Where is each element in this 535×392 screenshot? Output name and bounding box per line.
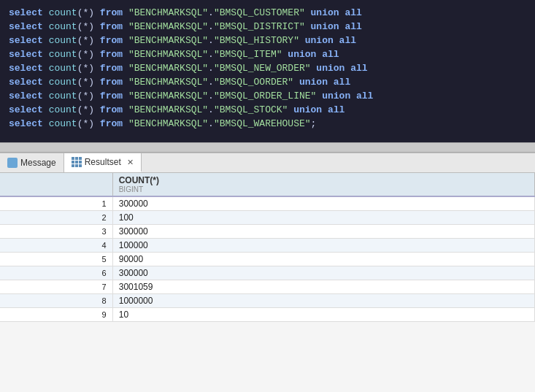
horizontal-scrollbar[interactable] (0, 142, 535, 153)
keyword-all: all (339, 35, 356, 46)
row-number: 3 (0, 225, 112, 239)
row-number: 4 (0, 239, 112, 253)
keyword-all: all (334, 77, 350, 88)
keyword-union: union (322, 91, 350, 101)
tab-close-icon[interactable]: ✕ (127, 158, 134, 167)
column-header-count: COUNT(*) BIGINT (112, 173, 534, 196)
table-name: "BMSQL_STOCK" (214, 104, 288, 115)
table-row: 5 90000 (0, 253, 535, 266)
table-name: "BMSQL_OORDER" (214, 77, 293, 88)
keyword-union: union (316, 63, 345, 74)
sql-line: select count(*) from "BENCHMARKSQL"."BMS… (9, 61, 526, 75)
row-num-header (0, 173, 112, 196)
grid-icon (72, 157, 82, 167)
message-icon (7, 158, 18, 168)
table-name: "BMSQL_WAREHOUSE" (214, 118, 311, 129)
keyword-union: union (288, 49, 316, 60)
keyword-all: all (322, 49, 339, 60)
table-row: 4 100000 (0, 239, 535, 253)
sql-line: select count(*) from "BENCHMARKSQL"."BMS… (9, 117, 526, 131)
schema-name: "BENCHMARKSQL" (128, 63, 208, 74)
table-row: 8 1000000 (0, 294, 535, 308)
keyword-from: from (100, 7, 123, 18)
sql-line: select count(*) from "BENCHMARKSQL"."BMS… (9, 103, 526, 117)
keyword-count: count (49, 7, 77, 18)
row-number: 5 (0, 253, 112, 266)
keyword-count: count (49, 91, 77, 101)
count-value: 100000 (112, 239, 534, 253)
results-pane: COUNT(*) BIGINT 1 300000 2 100 3 300000 … (0, 173, 535, 392)
keyword-select: select (9, 7, 43, 18)
keyword-count: count (49, 118, 77, 129)
column-name: COUNT(*) (119, 175, 528, 185)
table-row: 9 10 (0, 308, 535, 322)
keyword-select: select (9, 77, 43, 88)
table-row: 1 300000 (0, 196, 535, 211)
count-value: 1000000 (112, 294, 534, 308)
schema-name: "BENCHMARKSQL" (128, 7, 208, 18)
keyword-from: from (100, 21, 123, 32)
semicolon: ; (311, 118, 317, 129)
count-value: 300000 (112, 266, 534, 280)
keyword-from: from (100, 118, 123, 129)
table-name: "BMSQL_ITEM" (214, 49, 282, 60)
schema-name: "BENCHMARKSQL" (128, 35, 208, 46)
keyword-from: from (100, 35, 123, 46)
keyword-count: count (49, 77, 77, 88)
count-value: 300000 (112, 196, 534, 211)
row-number: 8 (0, 294, 112, 308)
keyword-union: union (311, 21, 339, 32)
keyword-union: union (299, 77, 328, 88)
keyword-select: select (9, 49, 43, 60)
sql-line: select count(*) from "BENCHMARKSQL"."BMS… (9, 75, 526, 89)
keyword-count: count (49, 63, 77, 74)
sql-line: select count(*) from "BENCHMARKSQL"."BMS… (9, 20, 526, 34)
count-value: 300000 (112, 225, 534, 239)
keyword-select: select (9, 104, 43, 115)
table-name: "BMSQL_ORDER_LINE" (214, 91, 316, 101)
tab-resultset[interactable]: Resultset ✕ (64, 153, 142, 172)
schema-name: "BENCHMARKSQL" (128, 49, 208, 60)
sql-editor[interactable]: select count(*) from "BENCHMARKSQL"."BMS… (0, 0, 535, 142)
sql-line: select count(*) from "BENCHMARKSQL"."BMS… (9, 34, 526, 47)
keyword-all: all (356, 91, 373, 101)
tab-message[interactable]: Message (0, 153, 64, 172)
keyword-select: select (9, 63, 43, 74)
keyword-from: from (100, 63, 123, 74)
keyword-count: count (49, 104, 77, 115)
table-row: 3 300000 (0, 225, 535, 239)
table-name: "BMSQL_DISTRICT" (214, 21, 305, 32)
schema-name: "BENCHMARKSQL" (128, 77, 208, 88)
keyword-from: from (100, 104, 123, 115)
keyword-select: select (9, 118, 43, 129)
keyword-select: select (9, 91, 43, 101)
keyword-from: from (100, 49, 123, 60)
row-number: 1 (0, 196, 112, 211)
count-value: 90000 (112, 253, 534, 266)
keyword-all: all (328, 104, 345, 115)
row-number: 7 (0, 280, 112, 294)
tab-message-label: Message (20, 158, 56, 168)
keyword-count: count (49, 49, 77, 60)
table-row: 2 100 (0, 211, 535, 225)
keyword-all: all (345, 21, 361, 32)
keyword-from: from (100, 91, 123, 101)
keyword-union: union (311, 7, 339, 18)
table-name: "BMSQL_HISTORY" (214, 35, 299, 46)
tab-resultset-label: Resultset (85, 157, 121, 167)
count-value: 10 (112, 308, 534, 322)
sql-line: select count(*) from "BENCHMARKSQL"."BMS… (9, 6, 526, 20)
sql-line: select count(*) from "BENCHMARKSQL"."BMS… (9, 47, 526, 61)
keyword-count: count (49, 35, 77, 46)
count-value: 3001059 (112, 280, 534, 294)
row-number: 9 (0, 308, 112, 322)
keyword-count: count (49, 21, 77, 32)
schema-name: "BENCHMARKSQL" (128, 118, 208, 129)
keyword-union: union (305, 35, 334, 46)
row-number: 6 (0, 266, 112, 280)
schema-name: "BENCHMARKSQL" (128, 104, 208, 115)
table-row: 6 300000 (0, 266, 535, 280)
tabs-bar: Message Resultset ✕ (0, 153, 535, 173)
schema-name: "BENCHMARKSQL" (128, 91, 208, 101)
count-value: 100 (112, 211, 534, 225)
